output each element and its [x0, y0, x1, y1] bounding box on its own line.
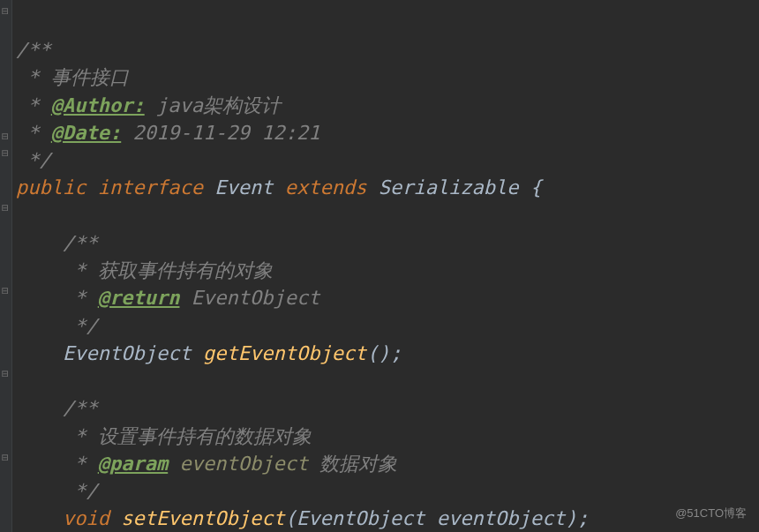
- javadoc-open: /**: [16, 39, 51, 61]
- keyword-public: public: [16, 176, 86, 199]
- paren-close: ): [566, 507, 577, 529]
- javadoc-param-name: eventObject: [168, 453, 308, 475]
- param-type: EventObject: [297, 507, 425, 529]
- javadoc-close: */: [16, 149, 51, 171]
- javadoc-line: *: [63, 425, 98, 447]
- semicolon: ;: [577, 507, 589, 529]
- javadoc-param-tag: @param: [98, 453, 168, 475]
- javadoc-desc: 获取事件持有的对象: [98, 259, 273, 281]
- return-type: EventObject: [63, 342, 192, 364]
- javadoc-desc: 事件接口: [51, 66, 129, 88]
- gutter: ⊟ ⊟ ⊟ ⊟ ⊟ ⊟ ⊟: [0, 0, 12, 532]
- fold-marker-icon[interactable]: ⊟: [2, 284, 11, 293]
- javadoc-close: */: [63, 315, 98, 337]
- javadoc-open: /**: [63, 397, 98, 419]
- paren-open: (: [285, 507, 297, 529]
- code-editor[interactable]: /** * 事件接口 * @Author: java架构设计 * @Date: …: [0, 0, 759, 532]
- class-serializable: Serializable: [379, 176, 519, 199]
- fold-marker-icon[interactable]: ⊟: [2, 146, 11, 155]
- javadoc-date-value: 2019-11-29 12:21: [121, 122, 319, 144]
- javadoc-line: *: [16, 122, 51, 144]
- javadoc-close: */: [63, 480, 98, 502]
- javadoc-open: /**: [63, 232, 98, 254]
- keyword-interface: interface: [98, 176, 203, 199]
- javadoc-return-value: EventObject: [179, 287, 319, 309]
- javadoc-line: *: [16, 94, 51, 116]
- params: (): [366, 342, 390, 364]
- javadoc-return-tag: @return: [98, 287, 180, 309]
- fold-marker-icon[interactable]: ⊟: [2, 4, 11, 13]
- param-var: eventObject: [425, 507, 566, 529]
- fold-marker-icon[interactable]: ⊟: [2, 201, 11, 210]
- javadoc-line: *: [63, 259, 98, 281]
- javadoc-author-value: java架构设计: [145, 94, 281, 116]
- return-type-void: void: [63, 507, 109, 529]
- class-name: Event: [214, 176, 273, 199]
- semicolon: ;: [390, 342, 402, 364]
- javadoc-date-tag: @Date:: [51, 122, 121, 144]
- keyword-extends: extends: [285, 176, 367, 199]
- fold-marker-icon[interactable]: ⊟: [2, 130, 11, 139]
- fold-marker-icon[interactable]: ⊟: [2, 367, 11, 376]
- fold-marker-icon[interactable]: ⊟: [2, 451, 11, 460]
- method-name: setEventObject: [121, 507, 284, 529]
- brace-open: {: [519, 176, 543, 199]
- method-name: getEventObject: [203, 342, 366, 364]
- javadoc-param-desc: 数据对象: [308, 453, 397, 475]
- javadoc-line: *: [63, 453, 98, 475]
- javadoc-line: *: [63, 287, 98, 309]
- javadoc-desc: 设置事件持有的数据对象: [98, 425, 312, 447]
- watermark: @51CTO博客: [675, 506, 747, 521]
- javadoc-line: *: [16, 66, 51, 88]
- javadoc-author-tag: @Author:: [51, 94, 145, 116]
